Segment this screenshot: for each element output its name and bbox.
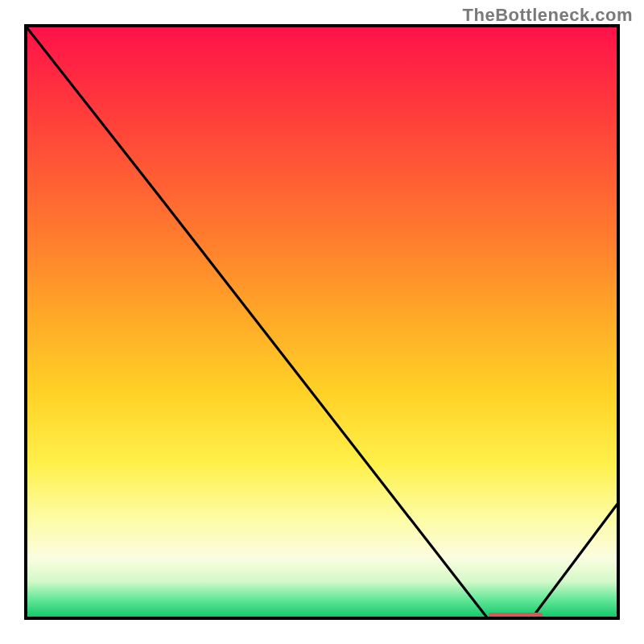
optimal-range-marker [489,613,543,619]
chart-container: TheBottleneck.com [0,0,644,644]
plot-area [24,24,620,620]
watermark-text: TheBottleneck.com [463,5,633,26]
gradient-background [27,27,617,617]
